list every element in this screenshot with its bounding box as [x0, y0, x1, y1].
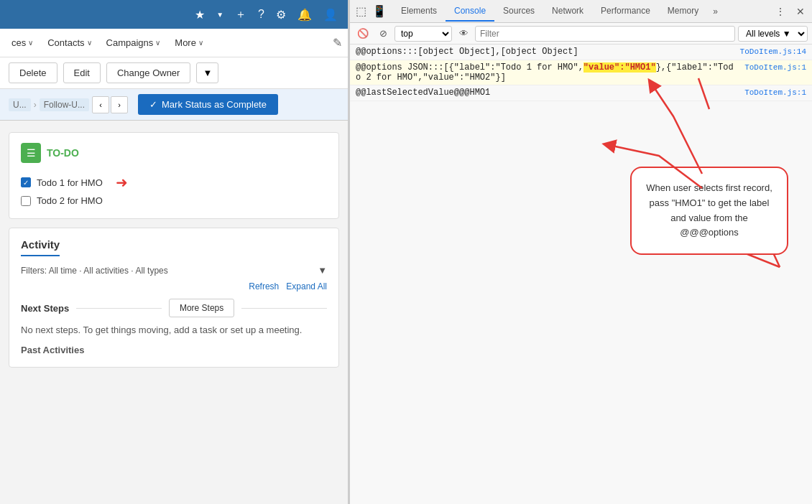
console-file-2[interactable]: ToDoItem.js:1 [744, 63, 806, 72]
more-steps-button[interactable]: More Steps [169, 299, 234, 317]
devtools-close-icon[interactable]: ✕ [792, 3, 809, 20]
refresh-expand-row: Refresh Expand All [21, 281, 327, 291]
tab-console[interactable]: Console [446, 1, 494, 22]
action-bar: Delete Edit Change Owner ▼ [0, 57, 348, 89]
nav-label-more: More [175, 37, 196, 48]
tab-network[interactable]: Network [543, 1, 592, 22]
nav-item-campaigns[interactable]: Campaigns ∨ [101, 34, 167, 51]
checkmark-icon: ✓ [149, 99, 157, 110]
todo-title: TO-DO [47, 147, 79, 159]
devtools-clear-button[interactable]: 🚫 [354, 25, 372, 42]
edit-button[interactable]: Edit [63, 62, 101, 83]
notifications-icon[interactable]: 🔔 [295, 5, 315, 24]
filter-dropdown-icon[interactable]: ▼ [318, 265, 327, 276]
devtools-settings-icon[interactable]: ⋮ [772, 3, 789, 20]
tab-elements[interactable]: Elements [392, 1, 446, 22]
devtools-bar2: 🚫 ⊘ top 👁 All levels ▼ [350, 23, 812, 45]
todo-label-1: Todo 1 for HMO [37, 177, 103, 188]
activity-title: Activity [21, 238, 60, 256]
breadcrumb-area: U... › Follow-U... ‹ › ✓ Mark Status as … [0, 89, 348, 121]
next-steps-line-2 [241, 308, 327, 309]
todo-icon: ☰ [21, 143, 41, 163]
breadcrumb-next-button[interactable]: › [111, 96, 128, 113]
tab-performance[interactable]: Performance [592, 1, 659, 22]
tab-memory[interactable]: Memory [659, 1, 707, 22]
help-icon[interactable]: ? [255, 5, 267, 24]
add-icon[interactable]: ＋ [232, 4, 249, 25]
mark-complete-label: Mark Status as Complete [162, 99, 267, 110]
main-content: ☰ TO-DO ✓ Todo 1 for HMO ➜ Todo 2 for HM… [0, 121, 348, 504]
todo-checkbox-2[interactable] [21, 196, 31, 206]
devtools-stop-icon[interactable]: ⊘ [374, 25, 392, 42]
avatar[interactable]: 👤 [320, 5, 341, 24]
breadcrumb-nav: ‹ › [92, 96, 128, 113]
tab-sources[interactable]: Sources [494, 1, 543, 22]
top-bar: ★ ▼ ＋ ? ⚙ 🔔 👤 [0, 0, 348, 29]
star-icon[interactable]: ★ [192, 5, 208, 24]
devtools-tab-icons: ⋮ ✕ [772, 3, 809, 20]
nav-label-ces: ces [11, 37, 26, 48]
breadcrumb-separator: › [34, 100, 37, 110]
nav-label-campaigns: Campaigns [106, 37, 154, 48]
console-line-1: @@options:::[object Object],[object Obje… [350, 45, 812, 60]
nav-item-ces[interactable]: ces ∨ [6, 34, 39, 51]
no-steps-text: No next steps. To get things moving, add… [21, 323, 327, 337]
left-panel: ★ ▼ ＋ ? ⚙ 🔔 👤 ces ∨ Contacts ∨ Campaigns… [0, 0, 349, 504]
settings-icon[interactable]: ⚙ [273, 5, 289, 24]
breadcrumb-item-1[interactable]: U... [9, 98, 31, 111]
console-area: @@options:::[object Object],[object Obje… [350, 45, 812, 101]
mark-complete-button[interactable]: ✓ Mark Status as Complete [138, 94, 278, 115]
devtools-device-icon[interactable]: 📱 [369, 4, 389, 18]
next-steps-row: Next Steps More Steps [21, 299, 327, 317]
console-line-3: @@lastSelectedValue@@@HMO1 ToDoItem.js:1 [350, 85, 812, 101]
filters-text: Filters: All time · All activities · All… [21, 266, 168, 276]
red-arrows-overlay [350, 45, 812, 504]
nav-arrow-ces: ∨ [28, 39, 33, 47]
nav-arrow-contacts: ∨ [87, 39, 92, 47]
action-dropdown-button[interactable]: ▼ [196, 62, 218, 83]
edit-icon[interactable]: ✎ [333, 36, 342, 50]
console-file-3[interactable]: ToDoItem.js:1 [744, 88, 806, 97]
devtools-inspect-icon[interactable]: ⬚ [353, 4, 369, 18]
todo-label-2: Todo 2 for HMO [37, 195, 103, 206]
annotation-arrows-svg [350, 45, 812, 504]
nav-bar: ces ∨ Contacts ∨ Campaigns ∨ More ∨ ✎ [0, 29, 348, 57]
breadcrumb-prev-button[interactable]: ‹ [92, 96, 109, 113]
console-text-2: @@options JSON:::[{"label":"Todo 1 for H… [356, 62, 737, 83]
todo-card: ☰ TO-DO ✓ Todo 1 for HMO ➜ Todo 2 for HM… [9, 132, 339, 219]
activity-card: Activity Filters: All time · All activit… [9, 228, 339, 368]
breadcrumb-item-2[interactable]: Follow-U... [40, 98, 89, 111]
todo-item-1: ✓ Todo 1 for HMO ➜ [21, 172, 327, 193]
change-owner-button[interactable]: Change Owner [106, 62, 190, 83]
devtools-eye-icon[interactable]: 👁 [455, 25, 472, 42]
tab-more-icon[interactable]: » [707, 2, 724, 21]
nav-arrow-campaigns: ∨ [155, 39, 160, 47]
console-content-area: @@options:::[object Object],[object Obje… [350, 45, 812, 504]
nav-item-contacts[interactable]: Contacts ∨ [42, 34, 97, 51]
todo-header: ☰ TO-DO [21, 143, 327, 163]
past-activities-label: Past Activities [21, 343, 327, 358]
red-arrow-icon: ➜ [116, 174, 128, 191]
console-file-1[interactable]: ToDoItem.js:14 [740, 47, 806, 56]
annotation-bubble-text: When user selects first record, pass "HM… [630, 167, 788, 255]
console-text-1: @@options:::[object Object],[object Obje… [356, 47, 733, 57]
delete-button[interactable]: Delete [9, 62, 57, 83]
devtools-tabs: ⬚ 📱 Elements Console Sources Network Per… [350, 0, 812, 23]
devtools-filter-input[interactable] [475, 26, 735, 42]
todo-checkbox-1[interactable]: ✓ [21, 177, 31, 187]
nav-item-more[interactable]: More ∨ [169, 34, 209, 51]
next-steps-label: Next Steps [21, 303, 69, 314]
nav-label-contacts: Contacts [47, 37, 84, 48]
devtools-levels-select[interactable]: All levels ▼ [738, 26, 808, 42]
console-text-3: @@lastSelectedValue@@@HMO1 [356, 88, 737, 98]
console-line-2: @@options JSON:::[{"label":"Todo 1 for H… [350, 60, 812, 85]
star-dropdown-icon[interactable]: ▼ [213, 8, 226, 22]
expand-all-link[interactable]: Expand All [286, 281, 327, 291]
todo-item-2: Todo 2 for HMO [21, 193, 327, 208]
next-steps-line [76, 308, 162, 309]
filters-row: Filters: All time · All activities · All… [21, 265, 327, 276]
nav-arrow-more: ∨ [198, 39, 203, 47]
devtools-panel: ⬚ 📱 Elements Console Sources Network Per… [349, 0, 812, 504]
devtools-context-select[interactable]: top [395, 26, 452, 42]
refresh-link[interactable]: Refresh [249, 281, 279, 291]
